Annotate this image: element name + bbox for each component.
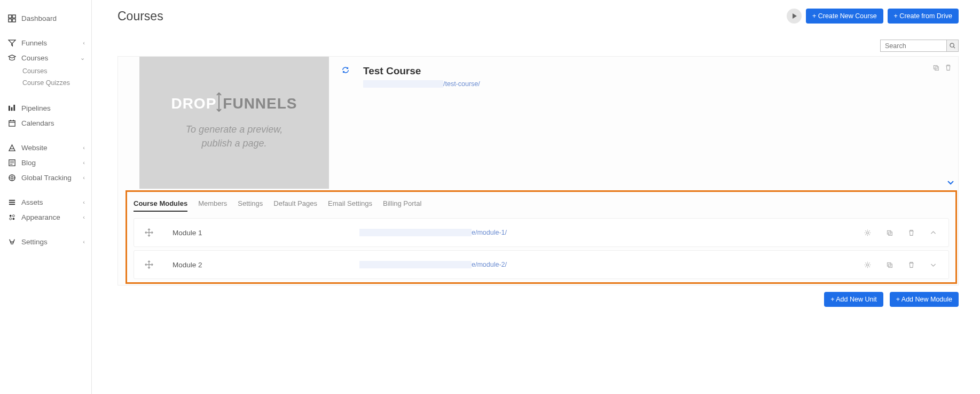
calendars-icon — [7, 119, 16, 127]
courses-icon — [7, 53, 16, 62]
sidebar-item-calendars[interactable]: Calendars — [0, 115, 91, 130]
copy-icon[interactable] — [886, 261, 893, 268]
refresh-icon[interactable] — [342, 66, 349, 74]
tracking-icon — [7, 173, 16, 182]
sidebar-item-assets[interactable]: Assets ‹ — [0, 195, 91, 210]
svg-point-30 — [866, 264, 868, 266]
search-button[interactable] — [947, 40, 959, 52]
tab-settings[interactable]: Settings — [238, 199, 263, 212]
copy-icon[interactable] — [886, 229, 893, 236]
sidebar-item-pipelines[interactable]: Pipelines — [0, 101, 91, 115]
module-url[interactable]: e/module-1/ — [359, 229, 507, 236]
pipelines-icon — [7, 104, 16, 112]
card-actions — [932, 64, 952, 71]
add-module-button[interactable]: + Add New Module — [890, 292, 959, 307]
chevron-up-icon[interactable] — [930, 229, 937, 236]
sidebar-item-appearance[interactable]: Appearance ‹ — [0, 210, 91, 225]
header-actions: + Create New Course + Create from Drive — [787, 9, 959, 24]
chevron-left-icon: ‹ — [83, 40, 85, 46]
svg-rect-7 — [9, 120, 14, 126]
module-url[interactable]: e/module-2/ — [359, 261, 507, 268]
svg-rect-4 — [8, 105, 10, 110]
assets-icon — [7, 198, 16, 206]
chevron-left-icon: ‹ — [83, 159, 85, 166]
add-unit-button[interactable]: + Add New Unit — [824, 292, 883, 307]
sidebar-label: Funnels — [21, 39, 47, 47]
svg-point-23 — [950, 43, 954, 47]
play-tutorial-button[interactable] — [787, 9, 802, 24]
drag-handle-icon[interactable] — [143, 228, 155, 237]
tab-members[interactable]: Members — [198, 199, 227, 212]
chevron-left-icon: ‹ — [83, 214, 85, 220]
sidebar-sub-quizzes[interactable]: Course Quizzes — [15, 77, 91, 89]
url-masked — [359, 261, 472, 268]
sidebar-label: Website — [21, 144, 48, 152]
svg-rect-3 — [12, 19, 15, 22]
funnels-icon — [7, 38, 16, 47]
trash-icon[interactable] — [908, 229, 915, 236]
collapse-icon[interactable] — [946, 178, 955, 187]
search-input[interactable] — [880, 40, 947, 52]
tab-default-pages[interactable]: Default Pages — [273, 199, 317, 212]
module-row: Module 2 e/module-2/ — [134, 250, 949, 279]
tab-course-modules[interactable]: Course Modules — [134, 199, 187, 212]
logo-funnels: FUNNELS — [223, 95, 297, 112]
svg-rect-28 — [887, 230, 891, 234]
sidebar-label: Pipelines — [21, 104, 51, 112]
blog-icon — [7, 158, 16, 167]
svg-rect-5 — [11, 107, 12, 111]
sidebar-item-global-tracking[interactable]: Global Tracking ‹ — [0, 170, 91, 185]
module-name: Module 1 — [173, 229, 354, 237]
chevron-down-icon[interactable] — [930, 261, 937, 268]
sidebar-item-funnels[interactable]: Funnels ‹ — [0, 35, 91, 50]
appearance-icon — [7, 213, 16, 221]
tabs: Course Modules Members Settings Default … — [127, 192, 955, 215]
sidebar-courses-submenu: Courses Course Quizzes — [0, 65, 91, 89]
sidebar-item-website[interactable]: Website ‹ — [0, 140, 91, 155]
svg-rect-2 — [8, 19, 11, 22]
sidebar-sub-courses[interactable]: Courses — [15, 65, 91, 77]
sidebar-label: Settings — [21, 238, 48, 246]
drag-handle-icon[interactable] — [143, 260, 155, 269]
trash-icon[interactable] — [945, 64, 952, 71]
gear-icon[interactable] — [864, 229, 871, 236]
create-from-drive-button[interactable]: + Create from Drive — [888, 9, 959, 24]
url-masked — [363, 80, 443, 88]
trash-icon[interactable] — [908, 261, 915, 268]
bottom-actions: + Add New Unit + Add New Module — [92, 285, 980, 318]
create-course-button[interactable]: + Create New Course — [806, 9, 883, 24]
dropfunnels-logo: DROP FUNNELS — [171, 95, 297, 112]
sidebar-item-settings[interactable]: Settings ‹ — [0, 234, 91, 249]
chevron-left-icon: ‹ — [83, 144, 85, 151]
gear-icon[interactable] — [864, 261, 871, 268]
main: Courses + Create New Course + Create fro… — [92, 0, 980, 394]
tab-email-settings[interactable]: Email Settings — [328, 199, 372, 212]
sidebar: Dashboard Funnels ‹ Courses ⌄ Courses Co… — [0, 0, 92, 394]
course-thumbnail: DROP FUNNELS To generate a preview, publ… — [139, 57, 329, 189]
course-url[interactable]: /test-course/ — [363, 80, 947, 88]
course-info: Test Course /test-course/ — [329, 57, 958, 189]
copy-icon[interactable] — [932, 64, 939, 71]
module-name: Module 2 — [173, 261, 354, 269]
main-header: Courses + Create New Course + Create fro… — [92, 9, 980, 24]
svg-line-24 — [953, 47, 955, 48]
svg-rect-32 — [889, 264, 892, 267]
logo-drop: DROP — [171, 95, 216, 112]
sidebar-item-courses[interactable]: Courses ⌄ — [0, 50, 91, 65]
svg-point-27 — [866, 231, 868, 234]
tab-billing-portal[interactable]: Billing Portal — [383, 199, 421, 212]
sidebar-item-blog[interactable]: Blog ‹ — [0, 155, 91, 170]
modules-section: Course Modules Members Settings Default … — [126, 190, 957, 284]
url-visible: e/module-2/ — [472, 261, 507, 268]
sidebar-label: Dashboard — [21, 14, 57, 22]
page-title: Courses — [117, 9, 163, 24]
course-card: DROP FUNNELS To generate a preview, publ… — [117, 56, 959, 285]
sidebar-label: Calendars — [21, 119, 54, 127]
module-row: Module 1 e/module-1/ — [134, 218, 949, 247]
svg-point-19 — [9, 214, 11, 217]
sidebar-item-dashboard[interactable]: Dashboard — [0, 11, 91, 26]
sidebar-label: Appearance — [21, 213, 60, 221]
url-masked — [359, 229, 472, 236]
settings-icon — [7, 237, 16, 246]
module-actions — [864, 229, 937, 236]
